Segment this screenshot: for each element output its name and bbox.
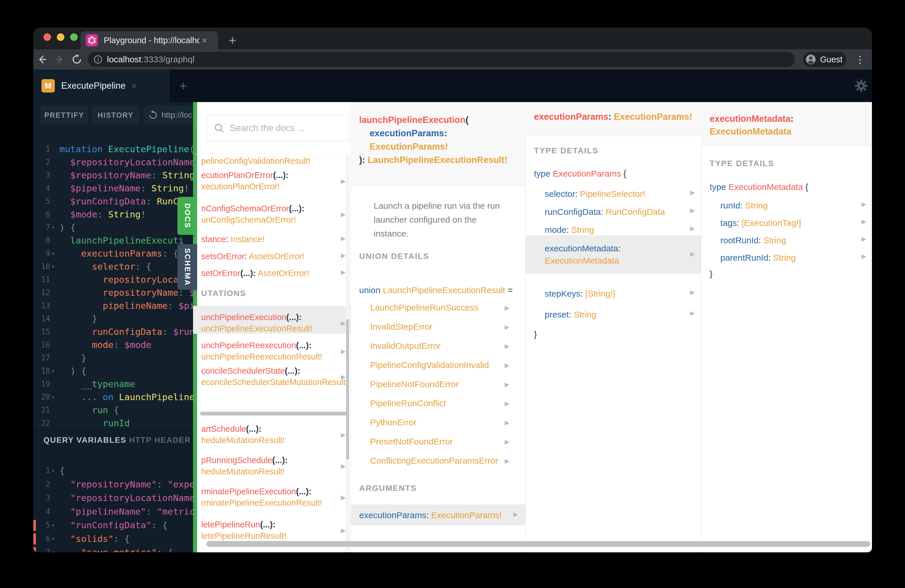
- type-field[interactable]: runId: String: [720, 199, 768, 211]
- type-field[interactable]: tags: [ExecutionTag!]: [720, 217, 801, 229]
- fold-caret-icon[interactable]: ▾: [51, 247, 55, 260]
- expand-arrow-icon[interactable]: ▶: [505, 419, 509, 426]
- expand-arrow-icon[interactable]: ▶: [505, 304, 509, 311]
- code-line[interactable]: 21 run {: [33, 404, 193, 416]
- expand-arrow-icon[interactable]: ▶: [690, 189, 695, 196]
- variables-line[interactable]: 2 "repositoryName": "exper: [33, 478, 193, 491]
- type-field[interactable]: parentRunId: String: [720, 252, 796, 264]
- code-line[interactable]: 16 mode: $mode: [33, 338, 193, 351]
- history-button[interactable]: HISTORY: [92, 106, 139, 124]
- type-field[interactable]: stepKeys: [String!]: [545, 288, 615, 300]
- site-info-icon[interactable]: [93, 54, 103, 64]
- code-line[interactable]: 17 }: [33, 351, 193, 364]
- code-line[interactable]: 7▾) {: [33, 221, 193, 234]
- fold-caret-icon[interactable]: ▾: [51, 260, 55, 273]
- code-line[interactable]: 15 runConfigData: $runC: [33, 325, 193, 338]
- variables-line[interactable]: 7▾ "save_metrics": {: [33, 546, 193, 552]
- expand-arrow-icon[interactable]: ▶: [341, 463, 346, 470]
- endpoint-input[interactable]: http://loc: [143, 106, 193, 124]
- browser-new-tab-button[interactable]: +: [223, 31, 242, 49]
- http-headers-tab[interactable]: HTTP HEADER: [129, 436, 191, 445]
- fold-caret-icon[interactable]: ▾: [51, 464, 55, 477]
- code-line[interactable]: 18▾ ) {: [33, 364, 193, 378]
- minimize-window-button[interactable]: [57, 33, 64, 41]
- doc-list-item[interactable]: setsOrError: AssetsOrError!: [201, 251, 340, 262]
- expand-arrow-icon[interactable]: ▶: [505, 400, 509, 407]
- schema-side-tab[interactable]: SCHEMA: [178, 244, 197, 290]
- docs-list-horizontal-scrollbar[interactable]: [200, 412, 348, 415]
- fold-caret-icon[interactable]: ▾: [51, 391, 55, 404]
- browser-tab[interactable]: Playground - http://localhost:3 ×: [81, 31, 218, 49]
- code-line[interactable]: 2 $repositoryLocationName:: [33, 156, 193, 169]
- doc-list-item[interactable]: unchPipelineReexecution(...):unchPipelin…: [201, 340, 340, 362]
- doc-list-item[interactable]: ecutionPlanOrError(...):xecutionPlanOrEr…: [201, 170, 340, 192]
- expand-arrow-icon[interactable]: ▶: [505, 381, 509, 388]
- expand-arrow-icon[interactable]: ▶: [341, 269, 346, 276]
- search-input[interactable]: [207, 115, 348, 141]
- type-field[interactable]: selector: PipelineSelector!: [545, 188, 645, 200]
- code-line[interactable]: 13 pipelineName: $pip: [33, 299, 193, 312]
- fold-caret-icon[interactable]: ▾: [51, 546, 55, 552]
- expand-arrow-icon[interactable]: ▶: [341, 252, 346, 259]
- doc-list-item[interactable]: concileSchedulerState(...):econcileSched…: [201, 366, 340, 388]
- doc-list-item[interactable]: artSchedule(...):heduleMutationResult!: [201, 423, 340, 446]
- browser-menu-icon[interactable]: ⋮: [852, 54, 868, 65]
- expand-arrow-icon[interactable]: ▶: [505, 362, 509, 369]
- union-member[interactable]: InvalidOutputError: [370, 341, 441, 351]
- code-line[interactable]: 10▾ selector: {: [33, 260, 193, 273]
- doc-list-item[interactable]: pelineConfigValidationResult!: [201, 156, 340, 167]
- expand-arrow-icon[interactable]: ▶: [690, 207, 695, 214]
- expand-arrow-icon[interactable]: ▶: [505, 324, 509, 331]
- variables-line[interactable]: 4 "pipelineName": "metrics: [33, 505, 193, 518]
- code-line[interactable]: 4 $pipelineName: String!: [33, 182, 193, 195]
- code-line[interactable]: 3 $repositoryName: String!: [33, 169, 193, 182]
- query-variables-tab[interactable]: QUERY VARIABLES: [43, 436, 126, 445]
- type-field[interactable]: rootRunId: String: [720, 234, 786, 246]
- expand-arrow-icon[interactable]: ▶: [505, 439, 509, 445]
- fold-caret-icon[interactable]: ▾: [51, 519, 55, 532]
- code-line[interactable]: 22 runId: [33, 416, 193, 430]
- expand-arrow-icon[interactable]: ▶: [341, 373, 346, 380]
- union-member[interactable]: PythonError: [370, 418, 416, 427]
- docs-side-tab[interactable]: DOCS: [178, 197, 197, 235]
- doc-list-item[interactable]: pRunningSchedule(...):heduleMutationResu…: [201, 455, 340, 477]
- union-member[interactable]: PipelineConfigValidationInvalid: [370, 360, 489, 370]
- expand-arrow-icon[interactable]: ▶: [505, 458, 509, 464]
- code-line[interactable]: 1mutation ExecutePipeline(: [33, 143, 193, 156]
- expand-arrow-icon[interactable]: ▶: [690, 289, 695, 296]
- playground-tab-close-icon[interactable]: ×: [131, 81, 137, 91]
- union-member[interactable]: InvalidStepError: [370, 322, 432, 332]
- forward-icon[interactable]: [51, 51, 68, 68]
- profile-button[interactable]: Guest: [802, 51, 847, 68]
- variables-line[interactable]: 1▾{: [33, 464, 193, 477]
- expand-arrow-icon[interactable]: ▶: [862, 201, 866, 208]
- expand-arrow-icon[interactable]: ▶: [690, 225, 695, 232]
- expand-arrow-icon[interactable]: ▶: [862, 218, 866, 225]
- code-line[interactable]: 5 $runConfigData: RunCo: [33, 195, 193, 208]
- expand-arrow-icon[interactable]: ▶: [862, 235, 866, 242]
- expand-arrow-icon[interactable]: ▶: [341, 527, 346, 534]
- doc-list-item[interactable]: unchPipelineExecution(...):unchPipelineE…: [201, 312, 340, 334]
- type-field[interactable]: mode: String: [545, 224, 594, 236]
- variables-line[interactable]: 6▾ "solids": {: [33, 532, 193, 545]
- doc-list-item[interactable]: stance: Instance!: [201, 234, 340, 245]
- code-line[interactable]: 11 repositoryLocat: [33, 273, 193, 286]
- union-member[interactable]: ConflictingExecutionParamsError: [370, 456, 498, 466]
- zoom-window-button[interactable]: [70, 33, 78, 41]
- fold-caret-icon[interactable]: ▾: [51, 364, 55, 378]
- code-line[interactable]: 6 $mode: String!: [33, 208, 193, 221]
- union-member[interactable]: LaunchPipelineRunSuccess: [370, 303, 479, 313]
- code-line[interactable]: 8 launchPipelineExecuti: [33, 234, 193, 247]
- union-member[interactable]: PipelineNotFoundError: [370, 379, 459, 389]
- doc-list-item[interactable]: letePipelineRun(...):letePipelineRunResu…: [201, 519, 340, 542]
- type-field[interactable]: executionMetadata:ExecutionMetadata: [545, 242, 621, 267]
- type-field[interactable]: runConfigData: RunConfigData: [545, 206, 665, 218]
- settings-gear-icon[interactable]: [850, 70, 872, 102]
- doc-list-item[interactable]: rminatePipelineExecution(...):rminatePip…: [201, 486, 340, 509]
- expand-arrow-icon[interactable]: ▶: [341, 178, 346, 185]
- prettify-button[interactable]: PRETTIFY: [41, 106, 88, 124]
- reload-icon[interactable]: [68, 51, 86, 68]
- union-member[interactable]: PresetNotFoundError: [370, 437, 453, 447]
- doc-list-item[interactable]: setOrError(...): AssetOrError!: [201, 268, 340, 279]
- union-member[interactable]: PipelineRunConflict: [370, 398, 446, 408]
